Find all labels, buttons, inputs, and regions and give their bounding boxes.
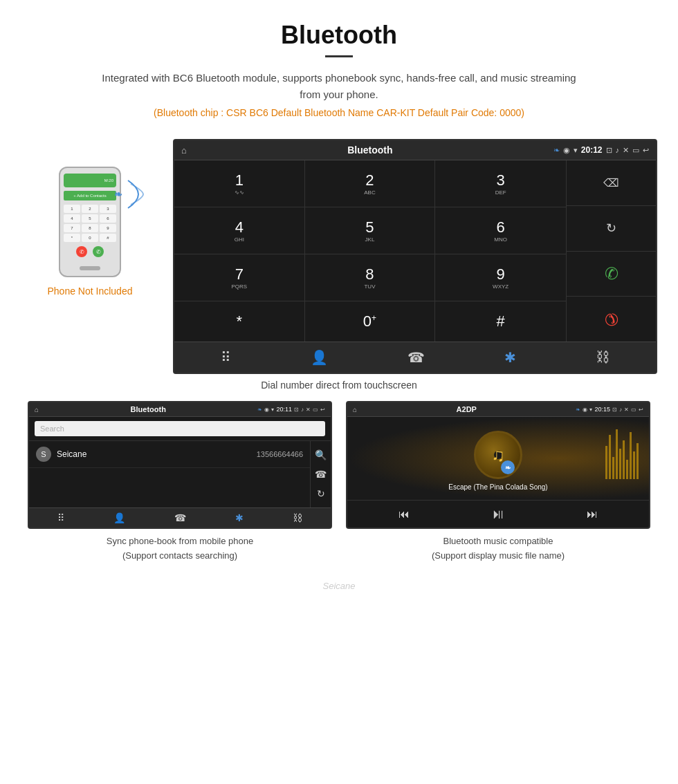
prev-button[interactable]: ⏮ <box>398 508 410 521</box>
rect-icon-header: ▭ <box>632 146 639 155</box>
title-divider <box>325 55 353 57</box>
bt-icon-music: ❧ <box>576 407 580 413</box>
dial-key-9[interactable]: 9WXYZ <box>435 254 566 301</box>
phonebook-search-area: Search <box>29 417 331 441</box>
dial-key-0[interactable]: 0+ <box>305 301 436 342</box>
x-icon-pb: ✕ <box>306 407 311 413</box>
dial-key-5[interactable]: 5JKL <box>305 207 436 254</box>
loc-icon-music: ◉ <box>583 407 587 413</box>
contact-name: Seicane <box>57 449 257 459</box>
nav-dialpad[interactable]: ⠿ <box>221 349 231 366</box>
pb-refresh-icon[interactable]: ↻ <box>315 484 327 503</box>
nav-contacts[interactable]: 👤 <box>311 349 328 366</box>
dial-key-4[interactable]: 4GHI <box>174 207 305 254</box>
contact-number: 13566664466 <box>257 450 303 458</box>
end-call-button[interactable]: ✆ <box>567 297 656 342</box>
page-header: Bluetooth Integrated with BC6 Bluetooth … <box>0 0 678 132</box>
pb-nav-link[interactable]: ⛓ <box>293 512 302 523</box>
bluetooth-waves: ❧ <box>107 174 149 218</box>
car-dial-screen: ⌂ Bluetooth ❧ ◉ ▾ 20:12 ⊡ ♪ ✕ ▭ ↩ <box>173 139 657 374</box>
phone-illustration: ❧ M:20 + Add to Contacts 123 456 789 *0# <box>21 139 159 297</box>
location-icon: ◉ <box>563 146 570 155</box>
pb-nav-contacts[interactable]: 👤 <box>113 512 125 523</box>
pb-nav-dialpad[interactable]: ⠿ <box>57 512 64 523</box>
loc-icon-pb: ◉ <box>264 407 269 413</box>
music-controls: ⏮ ⏯ ⏭ <box>347 500 649 528</box>
nav-phone[interactable]: ☎ <box>407 349 425 366</box>
phone-not-included-label: Phone Not Included <box>21 286 159 297</box>
dial-key-3[interactable]: 3DEF <box>435 160 566 207</box>
phonebook-bottom-nav: ⠿ 👤 ☎ ✱ ⛓ <box>29 507 331 528</box>
signal-icon-pb: ▾ <box>271 407 274 413</box>
close-icon-header: ✕ <box>623 146 629 155</box>
dial-key-star[interactable]: * <box>174 301 305 342</box>
bt-icon-header: ❧ <box>553 146 560 155</box>
phonebook-screen: ⌂ Bluetooth ❧ ◉ ▾ 20:11 ⊡ ♪ ✕ ▭ ↩ S <box>28 401 332 529</box>
home-icon-music[interactable]: ⌂ <box>353 406 357 413</box>
header-time: 20:12 <box>581 145 603 155</box>
header-left-icons: ⌂ <box>181 145 187 156</box>
phonebook-caption: Sync phone-book from mobile phone (Suppo… <box>28 529 332 567</box>
phonebook-header-left: ⌂ <box>35 406 39 413</box>
cam-icon-pb: ⊡ <box>294 407 299 413</box>
dial-caption: Dial number direct from touchscreen <box>0 374 678 401</box>
phonebook-list: S Seicane 13566664466 <box>29 441 310 507</box>
dial-row-2: 4GHI 5JKL 6MNO <box>174 207 566 254</box>
pb-nav-bt[interactable]: ✱ <box>235 512 244 523</box>
backspace-button[interactable]: ⌫ <box>567 160 656 206</box>
dial-key-2[interactable]: 2ABC <box>305 160 436 207</box>
phonebook-right-icons: 🔍 ☎ ↻ <box>310 441 331 507</box>
next-button[interactable]: ⏭ <box>587 508 598 521</box>
svg-text:❧: ❧ <box>114 189 122 200</box>
back-icon-pb[interactable]: ↩ <box>320 407 325 413</box>
dial-key-hash[interactable]: # <box>435 301 566 342</box>
pb-search-icon[interactable]: 🔍 <box>315 445 327 465</box>
phonebook-time: 20:11 <box>276 406 292 413</box>
back-icon-music[interactable]: ↩ <box>639 407 643 413</box>
refresh-button[interactable]: ↻ <box>567 206 656 252</box>
volume-icon-header: ♪ <box>616 146 620 154</box>
play-pause-button[interactable]: ⏯ <box>491 506 505 522</box>
music-caption-line2: (Support display music file name) <box>432 550 565 561</box>
home-icon-pb[interactable]: ⌂ <box>35 406 39 413</box>
music-time: 20:15 <box>594 406 610 413</box>
music-item: ⌂ A2DP ❧ ◉ ▾ 20:15 ⊡ ♪ ✕ ▭ ↩ <box>339 401 657 567</box>
dial-row-1: 1∿∿ 2ABC 3DEF <box>174 160 566 207</box>
dialpad-keys: 1∿∿ 2ABC 3DEF 4GHI 5JKL <box>174 160 566 342</box>
dialpad-area: 1∿∿ 2ABC 3DEF 4GHI 5JKL <box>174 160 656 342</box>
phone-home-button <box>80 266 100 270</box>
bt-icon-pb: ❧ <box>257 407 262 413</box>
cam-icon-music: ⊡ <box>612 407 617 413</box>
watermark-text: Seicane <box>323 581 356 591</box>
music-title: Escape (The Pina Colada Song) <box>354 483 642 491</box>
call-button[interactable]: ✆ <box>567 252 656 297</box>
rect-icon-music: ▭ <box>631 407 636 413</box>
home-icon[interactable]: ⌂ <box>181 145 187 156</box>
contact-avatar: S <box>36 447 51 462</box>
phonebook-header: ⌂ Bluetooth ❧ ◉ ▾ 20:11 ⊡ ♪ ✕ ▭ ↩ <box>29 402 331 417</box>
pb-nav-phone[interactable]: ☎ <box>174 512 186 523</box>
bluetooth-specs: (Bluetooth chip : CSR BC6 Default Blueto… <box>14 107 664 118</box>
dial-key-1[interactable]: 1∿∿ <box>174 160 305 207</box>
pb-call-icon[interactable]: ☎ <box>315 465 327 484</box>
signal-icon: ▾ <box>574 146 578 155</box>
music-header: ⌂ A2DP ❧ ◉ ▾ 20:15 ⊡ ♪ ✕ ▭ ↩ <box>347 402 649 417</box>
dial-key-7[interactable]: 7PQRS <box>174 254 305 301</box>
music-album-art: ♫ ❧ <box>474 431 522 479</box>
search-placeholder: Search <box>40 424 64 433</box>
vol-icon-pb: ♪ <box>301 407 304 413</box>
search-box[interactable]: Search <box>35 421 325 436</box>
page-title: Bluetooth <box>14 21 664 50</box>
dial-key-8[interactable]: 8TUV <box>305 254 436 301</box>
music-screen-body: ♫ ❧ Escape (The Pina Colada Song) <box>347 417 649 500</box>
back-icon-header[interactable]: ↩ <box>643 146 649 155</box>
rect-icon-pb: ▭ <box>313 407 318 413</box>
nav-bluetooth-symbol[interactable]: ✱ <box>504 349 516 366</box>
vol-icon-music: ♪ <box>619 407 622 413</box>
music-caption-line1: Bluetooth music compatible <box>443 536 553 546</box>
contact-row-seicane[interactable]: S Seicane 13566664466 <box>29 441 310 468</box>
dial-key-6[interactable]: 6MNO <box>435 207 566 254</box>
nav-link[interactable]: ⛓ <box>596 349 610 366</box>
dial-row-4: * 0+ # <box>174 301 566 342</box>
signal-icon-music: ▾ <box>589 407 592 413</box>
